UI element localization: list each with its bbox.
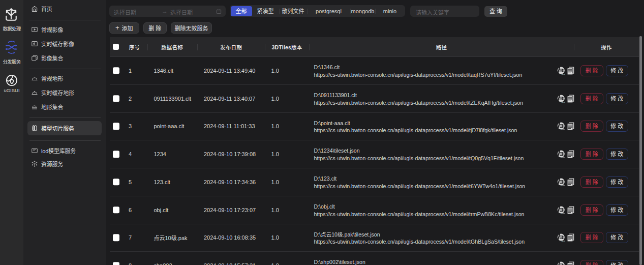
svg-text:New: New — [561, 240, 565, 242]
svg-text:New: New — [561, 212, 565, 214]
svg-text:New: New — [561, 100, 565, 102]
svg-text:New: New — [561, 184, 565, 186]
svg-text:New: New — [561, 73, 565, 75]
svg-text:New: New — [561, 128, 565, 130]
svg-text:New: New — [561, 156, 565, 158]
